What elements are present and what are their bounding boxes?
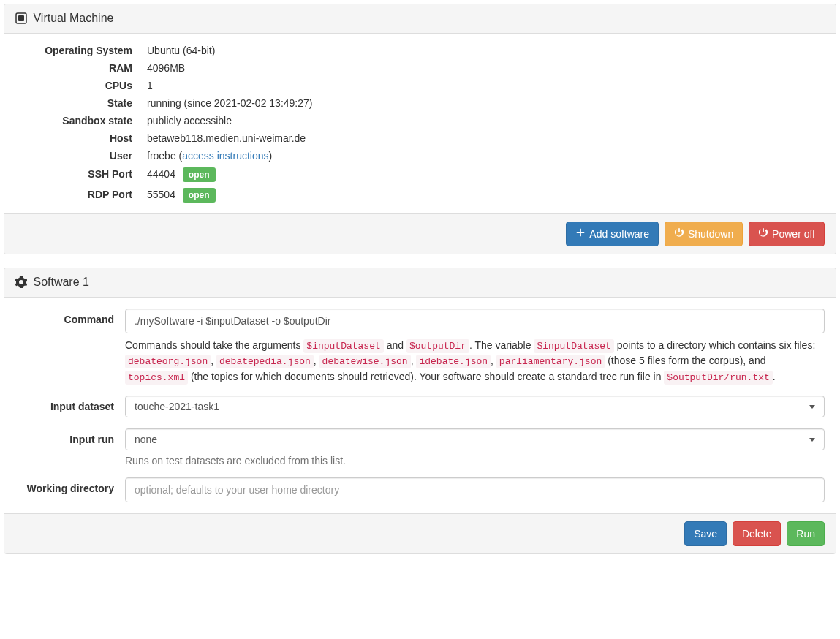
delete-button[interactable]: Delete <box>733 521 781 546</box>
ssh-port: 44404 <box>147 168 175 180</box>
input-run-label: Input run <box>15 428 125 445</box>
code-file2: debatepedia.json <box>216 355 314 368</box>
input-dataset-value: touche-2021-task1 <box>135 401 219 412</box>
ram-label: RAM <box>15 62 147 74</box>
vm-panel-title: Virtual Machine <box>33 12 113 24</box>
sandbox-label: Sandbox state <box>15 115 147 126</box>
ram-value: 4096MB <box>147 62 825 74</box>
chevron-down-icon <box>809 405 815 409</box>
user-prefix: froebe ( <box>147 150 182 162</box>
sandbox-value: publicly accessible <box>147 115 825 126</box>
add-software-button[interactable]: Add software <box>566 222 659 246</box>
save-button[interactable]: Save <box>684 521 727 546</box>
ssh-label: SSH Port <box>15 168 147 180</box>
cpu-label: CPUs <box>15 80 147 91</box>
power-icon <box>758 227 768 241</box>
software-footer: Save Delete Run <box>4 513 836 553</box>
vm-footer: Add software Shutdown Power off <box>4 213 836 254</box>
command-input[interactable] <box>125 309 825 333</box>
cpu-value: 1 <box>147 80 825 91</box>
code-file6: topics.xml <box>125 371 188 385</box>
add-software-label: Add software <box>589 227 649 241</box>
gear-icon <box>15 276 27 290</box>
access-instructions-link[interactable]: access instructions <box>182 150 268 162</box>
rdp-value: 55504 open <box>147 188 825 203</box>
software-form: Command Commands should take the argumen… <box>4 298 836 514</box>
command-help: Commands should take the arguments $inpu… <box>125 338 825 385</box>
state-label: State <box>15 97 147 109</box>
code-file4: idebate.json <box>416 355 491 368</box>
shutdown-button[interactable]: Shutdown <box>665 222 743 246</box>
vm-details: Operating System Ubuntu (64-bit) RAM 409… <box>4 34 836 213</box>
virtual-machine-panel: Virtual Machine Operating System Ubuntu … <box>4 4 836 254</box>
user-label: User <box>15 150 147 162</box>
os-label: Operating System <box>15 45 147 56</box>
shutdown-label: Shutdown <box>688 227 733 241</box>
input-run-select[interactable]: none <box>125 428 825 450</box>
vm-icon <box>15 12 27 26</box>
input-dataset-select[interactable]: touche-2021-task1 <box>125 396 825 417</box>
code-outputdir: $outputDir <box>406 339 469 353</box>
rdp-port: 55504 <box>147 189 175 200</box>
ssh-value: 44404 open <box>147 167 825 182</box>
code-file5: parliamentary.json <box>496 355 605 368</box>
plus-icon <box>575 227 586 241</box>
rdp-status-badge: open <box>183 188 216 203</box>
code-inputdataset2: $inputDataset <box>534 339 613 353</box>
working-directory-label: Working directory <box>15 477 125 494</box>
input-run-value: none <box>135 434 157 445</box>
software-panel-header: Software 1 <box>4 268 836 298</box>
save-label: Save <box>694 526 717 541</box>
host-value: betaweb118.medien.uni-weimar.de <box>147 132 825 144</box>
rdp-label: RDP Port <box>15 189 147 200</box>
ssh-status-badge: open <box>183 167 216 182</box>
software-panel-title: Software 1 <box>33 276 88 288</box>
user-suffix: ) <box>269 150 273 162</box>
code-runfile: $outputDir/run.txt <box>664 371 772 385</box>
vm-panel-header: Virtual Machine <box>4 4 836 34</box>
user-value: froebe (access instructions) <box>147 150 825 162</box>
chevron-down-icon <box>809 438 815 442</box>
run-label: Run <box>796 526 815 541</box>
os-value: Ubuntu (64-bit) <box>147 45 825 56</box>
delete-label: Delete <box>742 526 771 541</box>
input-run-help: Runs on test datasets are excluded from … <box>125 455 825 466</box>
code-file3: debatewise.json <box>319 355 411 368</box>
host-label: Host <box>15 132 147 144</box>
power-icon <box>674 227 684 241</box>
state-value: running (since 2021-02-02 13:49:27) <box>147 97 825 109</box>
poweroff-label: Power off <box>772 227 815 241</box>
software-panel: Software 1 Command Commands should take … <box>4 268 836 554</box>
poweroff-button[interactable]: Power off <box>749 222 825 246</box>
input-dataset-label: Input dataset <box>15 396 125 412</box>
run-button[interactable]: Run <box>787 521 825 546</box>
command-label: Command <box>15 309 125 325</box>
svg-rect-1 <box>18 15 24 21</box>
code-inputdataset: $inputDataset <box>303 339 383 353</box>
working-directory-input[interactable] <box>125 477 825 502</box>
code-file1: debateorg.json <box>125 355 211 368</box>
